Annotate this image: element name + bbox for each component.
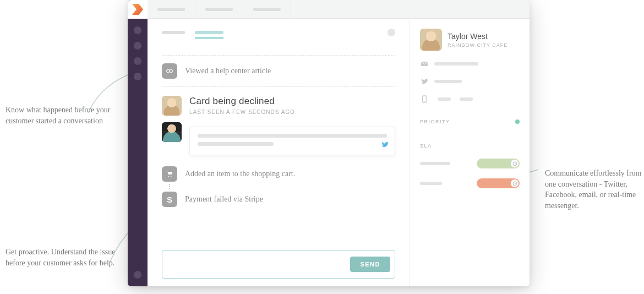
- event-text: Payment failed via Stripe: [185, 195, 263, 204]
- contact-email[interactable]: [420, 59, 520, 68]
- top-tab[interactable]: [243, 0, 291, 18]
- eye-icon: [162, 63, 177, 79]
- rail-item[interactable]: [134, 42, 141, 50]
- priority-section: PRIORITY: [420, 119, 520, 124]
- cart-icon: [162, 166, 177, 182]
- top-tab[interactable]: [195, 0, 243, 18]
- conversation-panel: Viewed a help center article Card being …: [148, 19, 410, 286]
- customer-org: RAINBOW CITY CAFE: [447, 42, 507, 48]
- customer-panel: Taylor West RAINBOW CITY CAFE: [410, 19, 530, 286]
- rail-item[interactable]: [134, 26, 141, 34]
- annotation-context: Know what happened before your customer …: [6, 105, 116, 126]
- annotation-proactive: Get proactive. Understand the issue befo…: [6, 247, 116, 268]
- clock-icon: [511, 160, 519, 167]
- sla-toggle[interactable]: [477, 178, 520, 188]
- timeline-event-stripe: S Payment failed via Stripe: [162, 189, 395, 209]
- top-tabs: [148, 0, 530, 19]
- contact-phone[interactable]: [420, 95, 520, 104]
- rail-item[interactable]: [134, 73, 141, 80]
- skel: [434, 62, 478, 66]
- tab-underline: [195, 37, 223, 39]
- timeline-event-view: Viewed a help center article: [162, 56, 395, 86]
- send-button[interactable]: SEND: [350, 257, 390, 272]
- sla-row: [420, 178, 520, 188]
- sla-label: SLA: [420, 143, 432, 149]
- events-timeline: Added an item to the shopping cart. S Pa…: [162, 164, 395, 209]
- skel: [420, 162, 450, 165]
- convo-subtabs: [162, 29, 395, 36]
- app-logo[interactable]: [128, 0, 148, 19]
- priority-label: PRIORITY: [420, 119, 450, 124]
- app-window: Viewed a help center article Card being …: [128, 0, 530, 286]
- customer-header: Taylor West RAINBOW CITY CAFE: [420, 29, 520, 51]
- phone-icon: [420, 95, 429, 104]
- convo-action[interactable]: [388, 29, 395, 36]
- conversation-lastseen: LAST SEEN A FEW SECONDS AGO: [189, 109, 295, 115]
- twitter-icon: [380, 140, 389, 151]
- skel: [434, 80, 462, 83]
- event-text: Added an item to the shopping cart.: [185, 170, 295, 178]
- message-line: [198, 134, 387, 138]
- svg-rect-2: [421, 62, 428, 66]
- customer-name: Taylor West: [447, 32, 507, 41]
- rail-item[interactable]: [134, 271, 141, 279]
- sla-section: SLA: [420, 143, 520, 149]
- nav-rail: [128, 0, 148, 286]
- customer-avatar-large[interactable]: [420, 29, 442, 51]
- workspace: Viewed a help center article Card being …: [148, 19, 530, 286]
- skel: [420, 182, 442, 185]
- svg-point-1: [169, 70, 171, 72]
- sla-row: [420, 159, 520, 168]
- top-tab[interactable]: [148, 0, 195, 18]
- priority-indicator[interactable]: [515, 119, 520, 124]
- event-text: Viewed a help center article: [185, 67, 271, 75]
- timeline-event-cart: Added an item to the shopping cart.: [162, 164, 395, 184]
- skel: [438, 97, 451, 101]
- convo-tab[interactable]: [162, 31, 185, 34]
- contact-twitter[interactable]: [420, 77, 520, 86]
- agent-avatar[interactable]: [162, 122, 182, 142]
- skel: [460, 97, 473, 101]
- message-card[interactable]: [189, 127, 395, 155]
- email-icon: [420, 59, 429, 68]
- customer-avatar[interactable]: [162, 96, 182, 116]
- annotation-channels: Communicate effortlessly from one conver…: [545, 168, 644, 211]
- message-row: [162, 118, 395, 157]
- conversation-title: Card being declined: [189, 96, 295, 107]
- message-line: [198, 142, 274, 146]
- rail-item[interactable]: [134, 57, 141, 65]
- svg-point-4: [424, 101, 424, 101]
- twitter-icon: [420, 77, 429, 86]
- stripe-icon: S: [162, 192, 177, 207]
- clock-icon: [511, 179, 519, 187]
- main-area: Viewed a help center article Card being …: [148, 0, 530, 286]
- connector: [169, 184, 395, 189]
- reply-input[interactable]: SEND: [162, 250, 395, 279]
- sla-toggle[interactable]: [477, 159, 520, 168]
- conversation-header: Card being declined LAST SEEN A FEW SECO…: [162, 87, 395, 118]
- convo-tab-active[interactable]: [195, 31, 223, 34]
